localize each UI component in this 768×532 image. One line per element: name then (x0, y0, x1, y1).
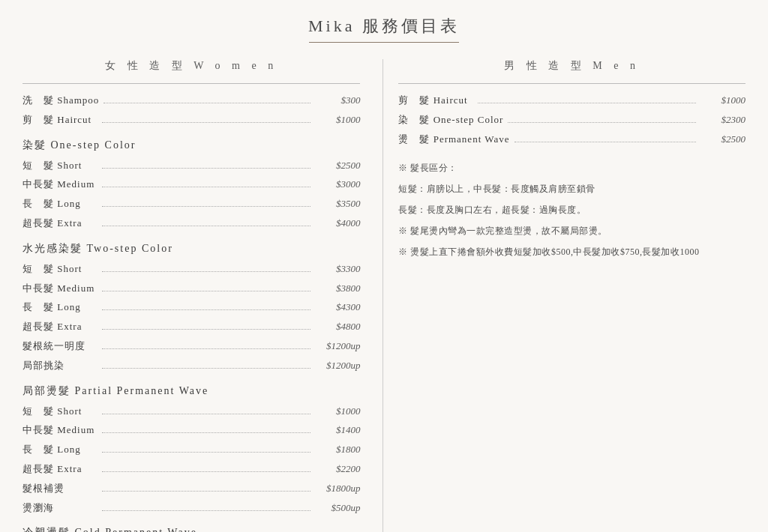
item-label: 中長髮 Medium (22, 281, 98, 297)
list-item: 髮根補燙 $1800up (22, 481, 360, 497)
item-price: $1800 (315, 442, 360, 458)
list-item: 燙 髮 Permanent Wave $2500 (398, 132, 746, 148)
item-price: $1200up (315, 358, 360, 374)
notes-section: ※ 髮長區分： 短髮：肩膀以上，中長髮：長度觸及肩膀至鎖骨 長髮：長度及胸口左右… (398, 159, 746, 261)
item-price: $3500 (315, 196, 360, 212)
item-price: $1000 (315, 404, 360, 420)
item-label: 短 髮 Short (22, 158, 98, 174)
item-label: 長 髮 Long (22, 442, 98, 458)
men-divider (398, 83, 746, 84)
item-price: $3300 (315, 262, 360, 277)
item-price: $3000 (315, 177, 360, 193)
list-item: 短 髮 Short $3300 (22, 262, 360, 277)
dots (102, 510, 310, 511)
item-label: 中長髮 Medium (22, 423, 98, 438)
list-item: 局部挑染 $1200up (22, 358, 360, 374)
list-item: 洗 髮 Shampoo $300 (22, 93, 360, 109)
item-price: $4800 (315, 319, 360, 335)
note-line-4: ※ 燙髮上直下捲會額外收費短髮加收$500,中長髮加收$750,長髮加收1000 (398, 243, 746, 261)
dots (102, 226, 310, 226)
list-item: 長 髮 Long $4300 (22, 300, 360, 315)
item-label: 超長髮 Extra (22, 216, 98, 232)
list-item: 染 髮 One-step Color $2300 (398, 112, 746, 128)
item-label: 中長髮 Medium (22, 177, 98, 193)
item-price: $4000 (315, 216, 360, 232)
women-section-header: 女 性 造 型 W o m e n (22, 59, 360, 73)
item-price: $4300 (315, 300, 360, 315)
item-price: $300 (315, 93, 360, 109)
item-label: 剪 髮 Haircut (398, 93, 473, 109)
item-label: 超長髮 Extra (22, 319, 98, 335)
item-label: 超長髮 Extra (22, 462, 98, 477)
dots (102, 168, 310, 169)
note-line-0: ※ 髮長區分： (398, 159, 746, 177)
list-item: 中長髮 Medium $3800 (22, 281, 360, 297)
item-label: 長 髮 Long (22, 196, 98, 212)
list-item: 燙瀏海 $500up (22, 501, 360, 516)
item-label: 燙瀏海 (22, 501, 98, 516)
item-price: $3800 (315, 281, 360, 297)
title-underline (309, 42, 459, 43)
dots (102, 187, 310, 187)
women-divider (22, 83, 360, 84)
category-title-one-step: 染髮 One-step Color (22, 139, 360, 152)
item-price: $1800up (315, 481, 360, 497)
list-item: 剪 髮 Haircut $1000 (22, 112, 360, 128)
item-price: $1000 (315, 112, 360, 128)
item-price: $1200up (315, 339, 360, 354)
list-item: 超長髮 Extra $2200 (22, 462, 360, 477)
item-price: $2500 (315, 158, 360, 174)
list-item: 超長髮 Extra $4800 (22, 319, 360, 335)
dots (102, 491, 310, 492)
item-price: $500up (315, 501, 360, 516)
item-label: 染 髮 One-step Color (398, 112, 503, 128)
dots (102, 432, 310, 433)
item-price: $2500 (700, 132, 746, 148)
category-title-two-step: 水光感染髮 Two-step Color (22, 242, 360, 256)
dots (102, 271, 310, 272)
list-item: 長 髮 Long $1800 (22, 442, 360, 458)
page-title: Mika 服務價目表 (22, 15, 746, 37)
dots (478, 103, 696, 103)
men-section: 男 性 造 型 M e n 剪 髮 Haircut $1000 染 髮 One-… (382, 59, 746, 532)
dots (104, 103, 310, 103)
list-item: 髮根統一明度 $1200up (22, 339, 360, 354)
list-item: 中長髮 Medium $1400 (22, 423, 360, 438)
dots (102, 309, 310, 310)
list-item: 剪 髮 Haircut $1000 (398, 93, 746, 109)
women-section: 女 性 造 型 W o m e n 洗 髮 Shampoo $300 剪 髮 H… (22, 59, 382, 532)
dots (102, 206, 310, 207)
item-price: $1000 (700, 93, 746, 109)
list-item: 短 髮 Short $2500 (22, 158, 360, 174)
list-item: 中長髮 Medium $3000 (22, 177, 360, 193)
item-label: 長 髮 Long (22, 300, 98, 315)
dots (102, 452, 310, 453)
note-line-2: 長髮：長度及胸口左右，超長髮：過胸長度。 (398, 201, 746, 219)
main-columns: 女 性 造 型 W o m e n 洗 髮 Shampoo $300 剪 髮 H… (22, 59, 746, 532)
dots (508, 122, 696, 123)
list-item: 長 髮 Long $3500 (22, 196, 360, 212)
item-label: 剪 髮 Haircut (22, 112, 98, 128)
item-label: 短 髮 Short (22, 262, 98, 277)
dots (102, 291, 310, 291)
category-title-cold-wave: 冷塑燙髮 Cold Permanent Wave (22, 526, 360, 532)
men-section-header: 男 性 造 型 M e n (398, 59, 746, 73)
item-label: 洗 髮 Shampoo (22, 93, 99, 109)
item-price: $2300 (700, 112, 746, 128)
item-label: 短 髮 Short (22, 404, 98, 420)
note-line-1: 短髮：肩膀以上，中長髮：長度觸及肩膀至鎖骨 (398, 180, 746, 198)
note-line-3: ※ 髮尾燙內彎為一款完整造型燙，故不屬局部燙。 (398, 222, 746, 240)
item-label: 燙 髮 Permanent Wave (398, 132, 509, 148)
item-label: 局部挑染 (22, 358, 98, 374)
item-label: 髮根補燙 (22, 481, 98, 497)
item-price: $2200 (315, 462, 360, 477)
list-item: 超長髮 Extra $4000 (22, 216, 360, 232)
dots (102, 414, 310, 414)
list-item: 短 髮 Short $1000 (22, 404, 360, 420)
category-title-partial-wave: 局部燙髮 Partial Permanent Wave (22, 384, 360, 398)
dots (514, 142, 696, 142)
dots (102, 471, 310, 472)
dots (102, 122, 310, 123)
item-label: 髮根統一明度 (22, 339, 98, 354)
dots (102, 329, 310, 330)
